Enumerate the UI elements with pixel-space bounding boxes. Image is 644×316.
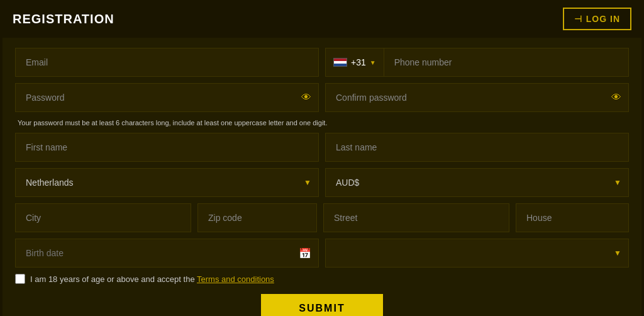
row-birth-gender: 📅 Male Female ▼ <box>15 239 629 268</box>
confirm-password-wrapper: 👁 <box>325 83 629 112</box>
page-title: REGISTRATION <box>13 12 114 26</box>
terms-text: I am 18 years of age or above and accept… <box>30 274 274 284</box>
country-select-wrapper: Netherlands Germany France ▼ <box>15 168 319 197</box>
row-country-currency: Netherlands Germany France ▼ AUD$ USD$ E… <box>15 168 629 197</box>
country-code-selector[interactable]: +31 ▼ <box>325 48 384 77</box>
confirm-password-eye-icon[interactable]: 👁 <box>611 92 621 103</box>
login-button[interactable]: ⊣ LOG IN <box>563 8 631 30</box>
city-wrapper <box>15 203 191 232</box>
last-name-wrapper <box>325 133 629 162</box>
currency-select[interactable]: AUD$ USD$ EUR€ <box>325 168 629 197</box>
birthdate-input[interactable] <box>15 239 319 268</box>
row-address <box>15 203 629 232</box>
email-wrapper <box>15 48 319 77</box>
house-wrapper <box>516 203 629 232</box>
phone-wrapper: +31 ▼ <box>325 48 629 77</box>
row-passwords: 👁 👁 <box>15 83 629 112</box>
row-email-phone: +31 ▼ <box>15 48 629 77</box>
login-icon: ⊣ <box>574 14 582 24</box>
password-input[interactable] <box>15 83 319 112</box>
header: REGISTRATION ⊣ LOG IN <box>0 0 644 38</box>
country-code-value: +31 <box>351 57 366 67</box>
city-input[interactable] <box>15 203 191 232</box>
first-name-wrapper <box>15 133 319 162</box>
street-input[interactable] <box>323 203 509 232</box>
terms-link[interactable]: Terms and conditions <box>197 274 274 284</box>
terms-checkbox[interactable] <box>15 274 25 284</box>
confirm-password-input[interactable] <box>325 83 629 112</box>
submit-row: SUBMIT <box>15 294 629 316</box>
password-eye-icon[interactable]: 👁 <box>301 92 311 103</box>
street-wrapper <box>323 203 509 232</box>
gender-select[interactable]: Male Female <box>325 239 629 268</box>
phone-input[interactable] <box>384 48 629 77</box>
zip-wrapper <box>197 203 317 232</box>
registration-form: +31 ▼ 👁 👁 Your password must be at least… <box>3 38 641 316</box>
terms-row: I am 18 years of age or above and accept… <box>15 274 629 284</box>
last-name-input[interactable] <box>325 133 629 162</box>
email-input[interactable] <box>15 48 319 77</box>
submit-button[interactable]: SUBMIT <box>261 294 382 316</box>
password-hint: Your password must be at least 6 charact… <box>15 118 629 128</box>
house-input[interactable] <box>516 203 629 232</box>
password-wrapper: 👁 <box>15 83 319 112</box>
birthdate-wrapper: 📅 <box>15 239 319 268</box>
chevron-down-icon: ▼ <box>370 59 376 66</box>
currency-select-wrapper: AUD$ USD$ EUR€ ▼ <box>325 168 629 197</box>
first-name-input[interactable] <box>15 133 319 162</box>
country-select[interactable]: Netherlands Germany France <box>15 168 319 197</box>
zip-input[interactable] <box>197 203 317 232</box>
netherlands-flag <box>333 58 347 67</box>
gender-select-wrapper: Male Female ▼ <box>325 239 629 268</box>
row-names <box>15 133 629 162</box>
